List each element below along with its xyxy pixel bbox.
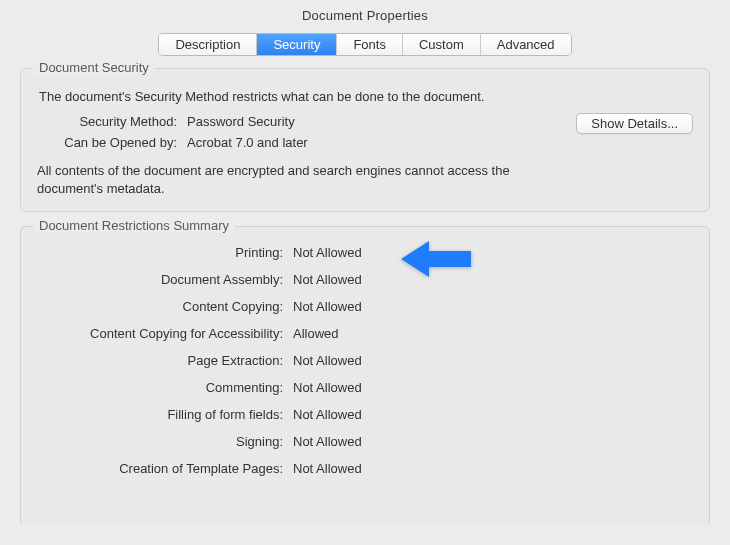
show-details-button[interactable]: Show Details... [576, 113, 693, 134]
restriction-value: Not Allowed [293, 407, 362, 422]
restriction-value: Not Allowed [293, 272, 362, 287]
restriction-label: Page Extraction: [37, 353, 293, 368]
restriction-row-assembly: Document Assembly: Not Allowed [37, 272, 693, 287]
restriction-label: Filling of form fields: [37, 407, 293, 422]
security-method-value: Password Security [187, 114, 295, 129]
restriction-row-commenting: Commenting: Not Allowed [37, 380, 693, 395]
opened-by-row: Can be Opened by: Acrobat 7.0 and later [37, 135, 693, 150]
security-method-label: Security Method: [37, 114, 187, 129]
restriction-label: Content Copying for Accessibility: [37, 326, 293, 341]
restriction-row-accessibility: Content Copying for Accessibility: Allow… [37, 326, 693, 341]
restriction-label: Content Copying: [37, 299, 293, 314]
restrictions-legend: Document Restrictions Summary [33, 218, 235, 233]
restriction-value: Not Allowed [293, 353, 362, 368]
restriction-row-form-fields: Filling of form fields: Not Allowed [37, 407, 693, 422]
tab-bar: Description Security Fonts Custom Advanc… [0, 33, 730, 56]
tab-fonts[interactable]: Fonts [337, 34, 403, 55]
window-title: Document Properties [0, 0, 730, 33]
restriction-label: Commenting: [37, 380, 293, 395]
encryption-note: All contents of the document are encrypt… [37, 162, 577, 197]
tab-security[interactable]: Security [257, 34, 337, 55]
restriction-row-page-extraction: Page Extraction: Not Allowed [37, 353, 693, 368]
tab-row: Description Security Fonts Custom Advanc… [158, 33, 571, 56]
restriction-value: Not Allowed [293, 299, 362, 314]
show-details-container: Show Details... [576, 113, 693, 134]
document-properties-window: Document Properties Description Security… [0, 0, 730, 545]
tab-custom[interactable]: Custom [403, 34, 481, 55]
restriction-row-template-pages: Creation of Template Pages: Not Allowed [37, 461, 693, 476]
restriction-value: Not Allowed [293, 461, 362, 476]
restriction-row-signing: Signing: Not Allowed [37, 434, 693, 449]
restriction-value: Not Allowed [293, 245, 362, 260]
tab-advanced[interactable]: Advanced [481, 34, 571, 55]
tab-description[interactable]: Description [159, 34, 257, 55]
restrictions-group: Document Restrictions Summary Printing: … [20, 226, 710, 524]
restriction-label: Printing: [37, 245, 293, 260]
restriction-value: Not Allowed [293, 380, 362, 395]
restriction-label: Creation of Template Pages: [37, 461, 293, 476]
restriction-label: Signing: [37, 434, 293, 449]
restriction-row-printing: Printing: Not Allowed [37, 245, 693, 260]
restriction-value: Not Allowed [293, 434, 362, 449]
opened-by-label: Can be Opened by: [37, 135, 187, 150]
restriction-label: Document Assembly: [37, 272, 293, 287]
security-intro-text: The document's Security Method restricts… [39, 89, 691, 104]
document-security-group: Document Security The document's Securit… [20, 68, 710, 212]
document-security-legend: Document Security [33, 60, 155, 75]
restriction-value: Allowed [293, 326, 339, 341]
opened-by-value: Acrobat 7.0 and later [187, 135, 308, 150]
restriction-row-copying: Content Copying: Not Allowed [37, 299, 693, 314]
